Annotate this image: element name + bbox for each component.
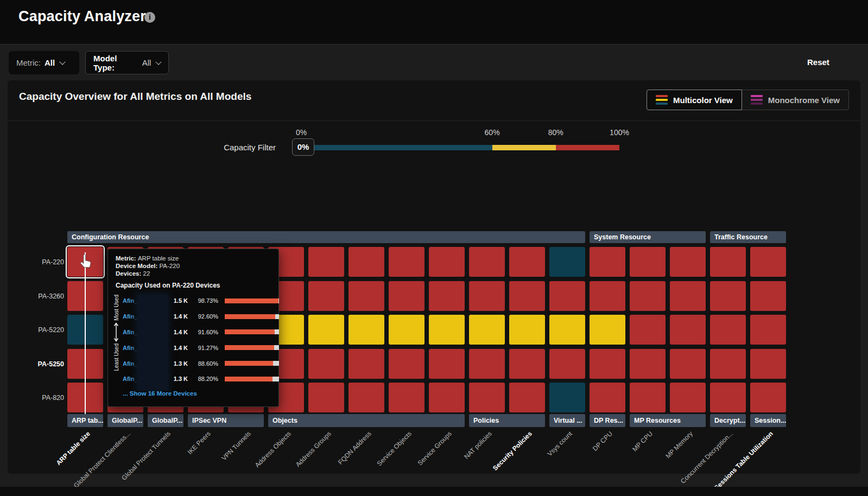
heatmap-bottom-group-label: Policies xyxy=(469,414,545,427)
device-capacity-percent: 92.60% xyxy=(188,313,218,320)
heatmap-cell[interactable] xyxy=(429,383,465,412)
show-more-devices-link[interactable]: ... Show 16 More Devices xyxy=(123,390,197,397)
heatmap-cell[interactable] xyxy=(630,281,666,311)
heatmap-cell[interactable] xyxy=(349,315,384,345)
heatmap-cell[interactable] xyxy=(630,383,666,412)
heatmap-cell[interactable] xyxy=(429,247,465,277)
heatmap-cell[interactable] xyxy=(389,281,425,311)
heatmap-cell[interactable] xyxy=(590,315,625,345)
heatmap-cell[interactable] xyxy=(349,383,384,412)
heatmap-cell[interactable] xyxy=(590,281,625,311)
heatmap-cell[interactable] xyxy=(670,281,706,311)
heatmap-cell[interactable] xyxy=(710,281,746,311)
heatmap-bottom-group-label: ARP tab... xyxy=(67,414,103,427)
heatmap-cell[interactable] xyxy=(389,383,425,412)
heatmap-cell[interactable] xyxy=(509,383,545,412)
heatmap-cell[interactable] xyxy=(469,247,505,277)
heatmap-cell[interactable] xyxy=(590,349,625,379)
device-capacity-percent: 91.60% xyxy=(188,329,218,335)
device-capacity-value: 1.4 K xyxy=(166,345,188,351)
device-capacity-value: 1.5 K xyxy=(166,297,188,304)
heatmap-cell[interactable] xyxy=(750,383,786,412)
heatmap-cell[interactable] xyxy=(429,349,465,379)
heatmap-cell[interactable] xyxy=(308,247,344,277)
heatmap-cell[interactable] xyxy=(389,247,425,277)
heatmap-cell[interactable] xyxy=(549,281,585,311)
heatmap-cell[interactable] xyxy=(670,383,706,412)
heatmap-cell[interactable] xyxy=(549,383,585,412)
heatmap-row-label: PA-5220 xyxy=(14,326,64,334)
device-capacity-value: 1.3 K xyxy=(166,360,188,367)
cell-tooltip: Metric: ARP table sizeDevice Model: PA-2… xyxy=(107,249,279,407)
heatmap-row-label: PA-220 xyxy=(14,258,64,266)
heatmap-cell[interactable] xyxy=(750,281,786,311)
device-capacity-value: 1.3 K xyxy=(166,376,188,382)
heatmap-cell[interactable] xyxy=(670,247,706,277)
heatmap-bottom-group-label: IPSec VPN xyxy=(188,414,264,427)
axis-least-used-label: Least Used xyxy=(113,344,119,371)
heatmap-cell[interactable] xyxy=(429,281,465,311)
device-capacity-value: 1.4 K xyxy=(166,329,188,335)
heatmap-cell[interactable] xyxy=(710,383,746,412)
heatmap-bottom-group-label: GlobalP... xyxy=(107,414,143,427)
device-capacity-bar xyxy=(225,329,279,334)
heatmap-cell[interactable] xyxy=(429,315,465,345)
device-capacity-percent: 91.27% xyxy=(188,345,218,351)
heatmap-cell[interactable] xyxy=(630,315,666,345)
device-capacity-percent: 98.73% xyxy=(188,297,218,304)
tooltip-field: Metric: ARP table size xyxy=(116,255,180,262)
heatmap-cell[interactable] xyxy=(710,315,746,345)
device-capacity-bar-fill xyxy=(225,361,273,366)
heatmap-cell[interactable] xyxy=(750,349,786,379)
heatmap-cell[interactable] xyxy=(549,315,585,345)
heatmap-top-group-header: Configuration Resource xyxy=(67,231,585,243)
heatmap-cell[interactable] xyxy=(750,247,786,277)
heatmap-cell[interactable] xyxy=(670,349,706,379)
heatmap-cell[interactable] xyxy=(469,281,505,311)
heatmap-row-label: PA-5250 xyxy=(14,360,64,368)
heatmap-cell[interactable] xyxy=(469,383,505,412)
heatmap-cell[interactable] xyxy=(509,349,545,379)
heatmap-cell[interactable] xyxy=(469,349,505,379)
heatmap-cell[interactable] xyxy=(549,247,585,277)
heatmap-cell[interactable] xyxy=(308,315,344,345)
redaction-overlay xyxy=(137,295,168,390)
device-capacity-bar xyxy=(225,377,279,381)
heatmap-cell[interactable] xyxy=(750,315,786,345)
heatmap-bottom-group-label: Session... xyxy=(750,414,786,427)
device-capacity-bar-fill xyxy=(225,345,274,350)
double-arrow-icon xyxy=(113,322,119,342)
heatmap-bottom-group-label: Objects xyxy=(268,414,465,427)
heatmap-cell[interactable] xyxy=(630,349,666,379)
bottom-panel-edge xyxy=(0,487,868,496)
heatmap-cell[interactable] xyxy=(549,349,585,379)
device-capacity-bar-fill xyxy=(225,314,275,319)
heatmap-cell[interactable] xyxy=(349,349,384,379)
heatmap-top-group-header: System Resource xyxy=(590,231,706,243)
heatmap-cell[interactable] xyxy=(308,349,344,379)
heatmap-cell[interactable] xyxy=(670,315,706,345)
hand-cursor-icon xyxy=(79,253,94,272)
heatmap-cell[interactable] xyxy=(590,383,625,412)
heatmap-row-label: PA-3260 xyxy=(14,292,64,300)
heatmap-cell[interactable] xyxy=(308,383,344,412)
device-capacity-percent: 88.20% xyxy=(188,376,218,382)
heatmap-cell[interactable] xyxy=(710,349,746,379)
heatmap-cell[interactable] xyxy=(710,247,746,277)
device-capacity-value: 1.4 K xyxy=(166,313,188,320)
heatmap-cell[interactable] xyxy=(590,247,625,277)
heatmap-cell[interactable] xyxy=(469,315,505,345)
heatmap-cell[interactable] xyxy=(308,281,344,311)
heatmap-cell[interactable] xyxy=(349,247,384,277)
heatmap-cell[interactable] xyxy=(389,315,425,345)
heatmap-cell[interactable] xyxy=(389,349,425,379)
capacity-filter-handle[interactable]: 0% xyxy=(292,138,314,156)
heatmap-cell[interactable] xyxy=(509,247,545,277)
heatmap-cell[interactable] xyxy=(509,315,545,345)
tooltip-axis: Most Used Least Used xyxy=(112,295,121,392)
hover-column-indicator xyxy=(85,252,86,414)
heatmap-cell[interactable] xyxy=(630,247,666,277)
heatmap-cell[interactable] xyxy=(349,281,384,311)
device-capacity-bar-fill xyxy=(225,298,278,303)
heatmap-cell[interactable] xyxy=(509,281,545,311)
